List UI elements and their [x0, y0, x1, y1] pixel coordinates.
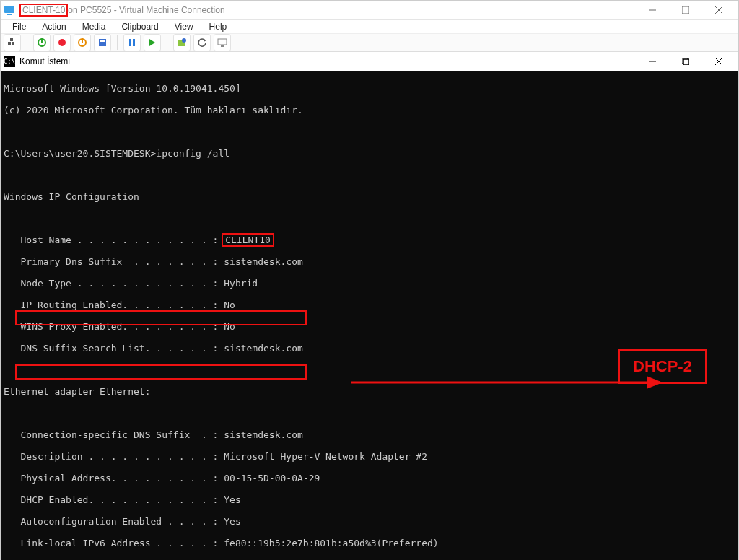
vm-name-highlighted: CLIENT-10: [19, 4, 68, 17]
ctrl-alt-del-icon[interactable]: [4, 34, 21, 51]
svg-point-11: [58, 39, 66, 46]
svg-rect-7: [12, 42, 14, 45]
menu-view[interactable]: View: [167, 20, 201, 33]
line: Node Type . . . . . . . . . . . . : Hybr…: [4, 278, 735, 289]
cmd-close-button[interactable]: [702, 52, 735, 71]
cmd-titlebar[interactable]: C:\ Komut İstemi: [1, 52, 738, 71]
svg-point-20: [182, 38, 186, 43]
menu-media[interactable]: Media: [75, 20, 113, 33]
svg-rect-22: [218, 39, 227, 45]
start-icon[interactable]: [33, 34, 51, 51]
turnoff-icon[interactable]: [53, 34, 71, 51]
line: Link-local IPv6 Address . . . . . : fe80…: [4, 538, 735, 548]
hostname-label: Host Name . . . . . . . . . . . . :: [4, 235, 224, 245]
line: Connection-specific DNS Suffix . : siste…: [4, 429, 735, 440]
line: Physical Address. . . . . . . . . : 00-1…: [4, 473, 735, 484]
svg-rect-6: [8, 42, 11, 45]
line: IP Routing Enabled. . . . . . . . : No: [4, 299, 735, 310]
menu-help[interactable]: Help: [202, 20, 235, 33]
svg-rect-15: [100, 40, 105, 42]
svg-marker-21: [204, 39, 206, 42]
line: (c) 2020 Microsoft Corporation. Tüm hakl…: [4, 105, 735, 115]
hostname-value-highlight: CLIENT10: [222, 233, 274, 247]
line: Microsoft Windows [Version 10.0.19041.45…: [4, 83, 735, 94]
cmd-title: Komut İstemi: [19, 56, 70, 66]
menu-clipboard[interactable]: Clipboard: [114, 20, 165, 33]
line: Description . . . . . . . . . . . : Micr…: [4, 451, 735, 462]
svg-marker-18: [149, 39, 155, 46]
menu-file[interactable]: File: [5, 20, 33, 33]
dhcp-server-highlight-box: [15, 364, 307, 380]
svg-rect-17: [133, 39, 135, 46]
section-header: Ethernet adapter Ethernet:: [4, 386, 735, 397]
svg-rect-26: [683, 59, 689, 65]
vm-icon: [4, 4, 15, 16]
cmd-icon: C:\: [4, 56, 15, 67]
menu-bar: File Action Media Clipboard View Help: [1, 20, 738, 34]
terminal-output[interactable]: Microsoft Windows [Version 10.0.19041.45…: [1, 71, 738, 560]
cmd-window: C:\ Komut İstemi Microsoft Windows [Vers…: [1, 52, 738, 560]
dhcp2-callout: DHCP-2: [618, 349, 707, 384]
cmd-maximize-button[interactable]: [669, 52, 702, 71]
line: DHCP Enabled. . . . . . . . . . . : Yes: [4, 494, 735, 505]
pause-icon[interactable]: [123, 34, 141, 51]
menu-action[interactable]: Action: [35, 20, 73, 33]
close-button[interactable]: [702, 1, 735, 19]
minimize-button[interactable]: [636, 1, 669, 19]
hyperv-titlebar[interactable]: CLIENT-10 o n PC5525 - Virtual Machine C…: [1, 1, 738, 20]
shutdown-icon[interactable]: [74, 34, 91, 51]
line: Autoconfiguration Enabled . . . . : Yes: [4, 516, 735, 527]
svg-rect-23: [221, 45, 224, 47]
window-title-mid: o: [68, 5, 73, 15]
save-icon[interactable]: [94, 34, 111, 51]
hyperv-window: CLIENT-10 o n PC5525 - Virtual Machine C…: [0, 0, 739, 560]
svg-rect-8: [10, 38, 13, 41]
revert-icon[interactable]: [193, 34, 211, 51]
line: Primary Dns Suffix . . . . . . . : siste…: [4, 256, 735, 267]
svg-rect-1: [7, 14, 12, 15]
ipv4-highlight-box: [15, 310, 307, 325]
command: ipconfig /all: [156, 148, 229, 159]
reset-icon[interactable]: [144, 34, 161, 51]
section-header: Windows IP Configuration: [4, 191, 735, 202]
toolbar: [1, 34, 738, 52]
svg-rect-0: [4, 6, 14, 13]
checkpoint-icon[interactable]: [173, 34, 191, 51]
svg-rect-16: [129, 39, 131, 46]
window-title-rest: n PC5525 - Virtual Machine Connection: [73, 5, 225, 15]
prompt: C:\Users\user20.SISTEMDESK>: [4, 148, 156, 159]
svg-rect-3: [682, 6, 689, 14]
callout-label: DHCP-2: [633, 359, 692, 375]
enhanced-session-icon[interactable]: [214, 34, 231, 51]
maximize-button[interactable]: [669, 1, 702, 19]
cmd-minimize-button[interactable]: [636, 52, 669, 71]
